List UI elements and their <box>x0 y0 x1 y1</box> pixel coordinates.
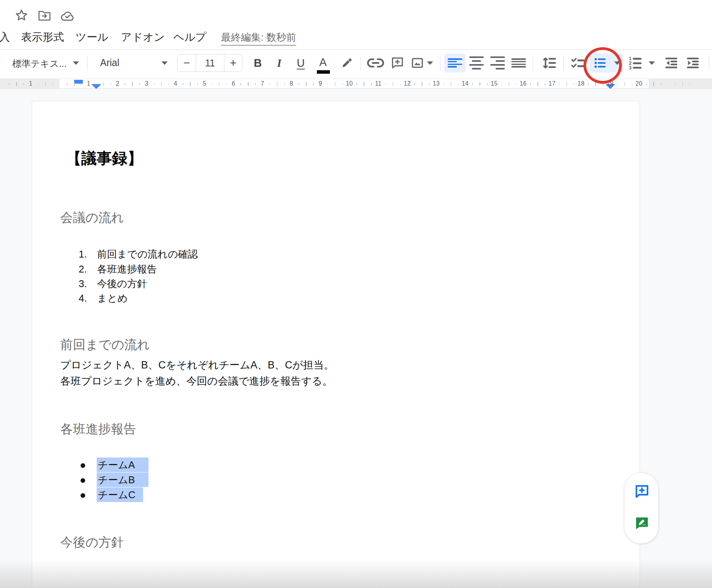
ruler-tick <box>661 83 661 85</box>
align-justify-button[interactable] <box>509 53 528 73</box>
ruler-tick <box>537 82 538 86</box>
ruler-tick <box>588 83 589 85</box>
ruler-number: 13 <box>433 80 440 87</box>
ruler-tick <box>96 83 97 85</box>
ruler-tick <box>371 83 372 85</box>
text-color-icon: A <box>319 56 326 69</box>
ruler-tick <box>617 83 618 85</box>
insert-link-button[interactable] <box>366 56 385 70</box>
menu-addons[interactable]: アドオン <box>121 30 165 45</box>
italic-button[interactable]: I <box>271 55 288 71</box>
list-text: 各班進捗報告 <box>97 263 157 276</box>
paragraph-style-dropdown[interactable]: 標準テキス... <box>7 54 84 72</box>
image-icon <box>410 56 424 70</box>
ruler-tick <box>190 82 191 86</box>
red-annotation-circle <box>583 47 622 84</box>
ruler-tick <box>472 83 473 85</box>
align-center-icon <box>469 55 484 71</box>
text-color-button[interactable]: A <box>315 54 331 71</box>
ruler-tick <box>400 83 401 85</box>
align-right-button[interactable] <box>488 53 507 73</box>
ruler-tick <box>480 82 480 86</box>
ruler-tick <box>574 83 575 85</box>
decrease-font-size-button[interactable]: − <box>178 55 196 71</box>
increase-font-size-button[interactable]: + <box>224 55 242 71</box>
line-spacing-button[interactable] <box>541 55 558 71</box>
ruler-tick <box>501 83 502 85</box>
italic-icon: I <box>277 57 281 69</box>
numbered-list-button[interactable]: 1 2 3 <box>627 55 644 71</box>
ruler-number: 3 <box>145 80 148 87</box>
ruler-number: 11 <box>375 80 382 87</box>
numbered-list-caret[interactable] <box>649 61 655 65</box>
align-justify-icon <box>511 57 526 69</box>
ruler-tick <box>226 83 227 85</box>
ruler-number: 7 <box>261 80 264 87</box>
heading-meeting-flow: 会議の流れ <box>60 209 124 226</box>
ruler-tick <box>567 82 567 86</box>
ruler-number: 18 <box>578 80 585 87</box>
ruler-tick <box>364 82 364 86</box>
insert-image-button[interactable] <box>410 55 425 71</box>
heading-previous-flow: 前回までの流れ <box>60 336 150 353</box>
menu-help[interactable]: ヘルプ <box>173 30 206 45</box>
ruler-tick <box>313 83 314 85</box>
ruler-tick <box>306 82 307 86</box>
ruler-tick <box>690 83 691 85</box>
ruler-tick <box>197 83 198 85</box>
star-icon[interactable] <box>15 8 28 22</box>
bullet-dot <box>81 478 85 483</box>
add-comment-button[interactable] <box>390 55 405 71</box>
ruler-tick <box>414 83 415 85</box>
image-dropdown-caret[interactable] <box>427 61 433 65</box>
ruler-tick <box>103 82 104 86</box>
line-spacing-icon <box>542 55 557 71</box>
list-text: まとめ <box>97 292 128 305</box>
align-center-button[interactable] <box>467 53 486 73</box>
ruler-tick <box>632 83 633 85</box>
add-comment-icon[interactable] <box>634 484 650 500</box>
menu-tools[interactable]: ツール <box>76 30 108 45</box>
comment-plus-icon <box>391 56 404 70</box>
font-size-group: − 11 + <box>177 54 242 72</box>
selected-text: チームA <box>97 458 148 472</box>
decrease-indent-icon <box>664 55 679 71</box>
increase-indent-icon <box>685 55 700 71</box>
list-number: 4. <box>79 292 97 304</box>
checklist-icon <box>570 55 585 71</box>
bold-button[interactable]: B <box>249 55 266 71</box>
last-edit-status[interactable]: 最終編集: 数秒前 <box>221 31 296 46</box>
underline-button[interactable]: U <box>292 55 309 71</box>
move-folder-icon[interactable] <box>38 10 51 21</box>
ruler-tick <box>53 83 53 85</box>
ruler-tick <box>393 82 394 86</box>
font-dropdown[interactable]: Arial <box>92 54 173 72</box>
chevron-down-icon <box>162 61 168 65</box>
menu-format[interactable]: 表示形式 <box>21 30 64 45</box>
ruler-tick <box>219 82 220 86</box>
ordered-list-item: 2. 各班進捗報告 <box>79 262 157 277</box>
ruler-tick <box>356 83 357 85</box>
ruler-tick <box>9 83 10 85</box>
ruler-tick <box>530 83 531 85</box>
selected-text: チームC <box>97 487 143 502</box>
bullet-dot <box>81 493 85 498</box>
menu-insert-truncated[interactable]: 入 <box>0 30 10 45</box>
suggest-edits-icon[interactable] <box>634 515 650 531</box>
highlight-pen-icon <box>340 56 354 70</box>
cloud-check-icon[interactable] <box>60 9 75 22</box>
decrease-indent-button[interactable] <box>663 55 680 71</box>
font-size-input[interactable]: 11 <box>196 55 224 71</box>
ruler-number: 1 <box>29 80 33 87</box>
font-value: Arial <box>100 57 119 68</box>
increase-indent-button[interactable] <box>684 55 701 71</box>
numbered-list-icon: 1 2 3 <box>628 55 643 71</box>
ruler-tick <box>386 83 386 85</box>
ordered-list-item: 1. 前回までの流れの確認 <box>79 247 198 262</box>
ruler-tick <box>625 82 625 86</box>
ruler-tick <box>74 82 75 86</box>
highlight-color-button[interactable] <box>339 55 354 71</box>
align-left-icon <box>448 57 462 69</box>
align-left-button[interactable] <box>444 53 466 73</box>
selected-text: チームB <box>97 472 148 487</box>
